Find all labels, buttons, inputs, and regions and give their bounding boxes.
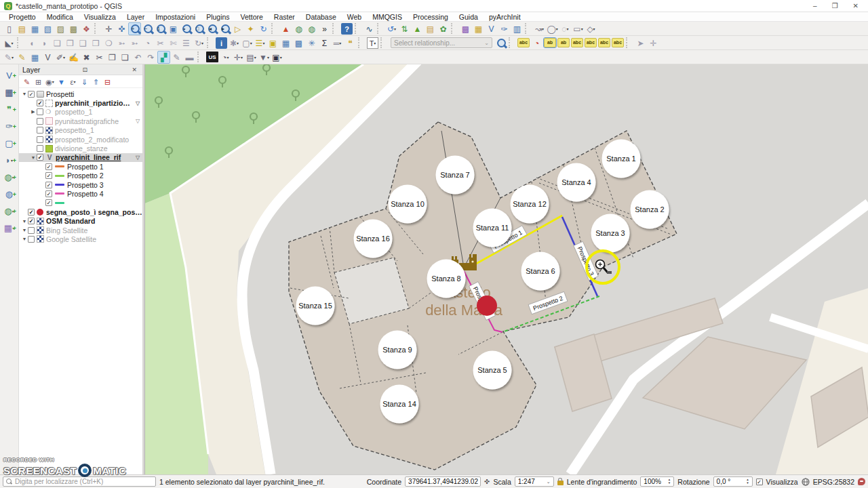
layer-row-pyarchinit-linee-rif[interactable]: ▼✓Vpyarchinit_linee_rif▽	[19, 153, 142, 162]
menu-modifica[interactable]: Modifica	[42, 13, 78, 21]
copy-features-icon[interactable]: ❐	[106, 51, 119, 64]
open-project-icon[interactable]: ▤	[16, 22, 28, 35]
new-bookmark-icon[interactable]: ▷	[231, 22, 244, 35]
layer-row-prospetto-2-modificato[interactable]: prospetto_2_modificato	[19, 135, 142, 144]
add-line-feature-icon[interactable]: V	[41, 51, 54, 64]
open-layer-styling-icon[interactable]: ✎	[21, 76, 33, 87]
locator-search-input[interactable]: Digita per localizzare (Ctrl+K)	[3, 476, 156, 487]
style-manager-icon[interactable]: ❖	[80, 22, 93, 35]
toggle-editing-icon[interactable]: ✎	[16, 51, 28, 64]
menu-guida[interactable]: Guida	[454, 13, 483, 21]
expander-icon[interactable]: ▼	[30, 155, 37, 160]
menu-web[interactable]: Web	[342, 13, 366, 21]
save-project-as-icon[interactable]: ▧	[41, 22, 54, 35]
cut-label-icon[interactable]: ✂	[154, 37, 167, 49]
expander-icon[interactable]: ▼	[21, 219, 28, 224]
processing-options-icon[interactable]: ✳	[305, 37, 318, 49]
add-wms-globe-icon[interactable]: ◍	[292, 22, 305, 35]
layer-visibility-checkbox[interactable]: ✓	[45, 163, 52, 170]
expander-icon[interactable]: ▶	[30, 109, 37, 115]
layer-row-bing-satellite[interactable]: ▼Bing Satellite	[19, 226, 142, 235]
save-layer-edits-icon[interactable]: ▦	[28, 51, 41, 64]
delete-selected-icon[interactable]: ✖	[80, 51, 93, 64]
layer-row-prospetto-4[interactable]: ✓Prospetto 4	[19, 189, 142, 198]
rotation-spinbox[interactable]: 0,0 °▲▼	[713, 476, 753, 487]
layer-visibility-checkbox[interactable]: ✓	[37, 154, 43, 161]
layer-labeling-icon[interactable]: abc	[517, 38, 530, 47]
add-raster-layer-icon[interactable]: ▦	[3, 85, 16, 98]
undo-icon[interactable]: ↶	[132, 51, 144, 64]
new-shapefile-icon[interactable]: ▢	[3, 136, 16, 149]
panel-dock-icon[interactable]: ⊡	[81, 66, 90, 73]
modify-attributes-icon[interactable]: ✍	[67, 51, 80, 64]
collapse-all-icon[interactable]: ⇑	[90, 76, 102, 87]
layer-visibility-checkbox[interactable]: ✓	[28, 209, 35, 216]
zoom-last-icon[interactable]: ◂	[205, 22, 218, 35]
messages-balloon-icon[interactable]	[858, 478, 865, 485]
undo-view-icon[interactable]: ↺▾	[385, 22, 398, 35]
map-tips-icon[interactable]: ❝	[344, 37, 357, 49]
zoom-to-layer-icon[interactable]: □	[193, 22, 205, 35]
relationship-search-icon[interactable]	[494, 37, 507, 49]
filter-by-expression-icon[interactable]: ε▾	[67, 76, 79, 87]
circle-tool-icon[interactable]: ◯▾	[546, 22, 559, 35]
zoom-to-selection-icon[interactable]: •	[180, 22, 193, 35]
add-vector-layer-icon[interactable]: V	[3, 68, 16, 81]
mouse-position-icon[interactable]: ✜	[484, 478, 490, 485]
digitize-curve-icon[interactable]: ↝▾	[533, 22, 546, 35]
add-wcs-globe-icon[interactable]: ◍	[305, 22, 318, 35]
paste-features-icon[interactable]: ❏	[119, 51, 132, 64]
layer-row-prospetto-1[interactable]: ✓Prospetto 1	[19, 162, 142, 171]
show-hide-labels-icon[interactable]: abc	[571, 38, 583, 47]
magnifier-spinbox[interactable]: 100%▲▼	[640, 476, 674, 487]
new-spatialite-layer-icon[interactable]: ✑	[498, 22, 511, 35]
layer-row-google-satellite[interactable]: ▼Google Satellite	[19, 235, 142, 243]
layer-visibility-checkbox[interactable]	[28, 227, 35, 234]
layer-row-prospetto-2[interactable]: ✓Prospetto 2	[19, 171, 142, 180]
ellipse-tool-icon[interactable]: ◌▾	[559, 22, 572, 35]
vertex-tool-icon[interactable]: ✐▾	[54, 51, 67, 64]
layer-visibility-checkbox[interactable]: ✓	[37, 100, 43, 106]
select-by-expression-icon[interactable]: ☰▾	[254, 37, 267, 49]
map-canvas[interactable]: Castello della Manta Prospetto 1Prospett…	[144, 64, 868, 474]
menu-processing[interactable]: Processing	[408, 13, 453, 21]
pan-to-selection-icon[interactable]: ✜	[115, 22, 128, 35]
refresh-icon[interactable]: ↻	[257, 22, 270, 35]
layer-visibility-checkbox[interactable]: ✓	[45, 199, 52, 206]
pen-tool-icon[interactable]: ✎	[170, 51, 183, 64]
highlight-pinned-icon[interactable]: ➳	[128, 37, 141, 49]
label-tool-e-icon[interactable]: ❍	[102, 37, 115, 49]
pyarchinit-export-icon[interactable]: ▣▾	[271, 51, 283, 64]
layer-visibility-checkbox[interactable]: ✓	[45, 190, 52, 197]
crs-globe-icon[interactable]	[802, 478, 810, 486]
advanced-digitizing-icon[interactable]: ◣▾	[3, 37, 16, 49]
zoom-out-icon[interactable]: −	[141, 22, 154, 35]
split-features-icon[interactable]: ✄	[167, 37, 180, 49]
toolbar-overflow-icon[interactable]: »	[318, 22, 331, 35]
layer-row-prospetto-3[interactable]: ✓Prospetto 3	[19, 180, 142, 189]
open-attribute-table-icon[interactable]: ▦	[279, 37, 292, 49]
layer-row-pyunitastratigrafiche[interactable]: pyunitastratigrafiche▽	[19, 117, 142, 125]
relationship-combo[interactable]: Select relationship...⌄	[391, 37, 492, 48]
menu-vettore[interactable]: Vettore	[236, 13, 268, 21]
layer-row-pyarchinit-ripartizioni[interactable]: ✓pyarchinit_ripartizioni_...▽	[19, 98, 142, 107]
style-copier-icon[interactable]: ▞	[157, 51, 170, 64]
expand-all-icon[interactable]: ⇓	[79, 76, 90, 87]
add-group-icon[interactable]: ⊞	[33, 76, 44, 87]
remove-layer-icon[interactable]: ⊟	[102, 76, 113, 87]
layer-visibility-checkbox[interactable]: ✓	[45, 172, 52, 179]
cut-features-icon[interactable]: ✂	[93, 51, 106, 64]
field-calculator-icon[interactable]: ▩	[292, 37, 305, 49]
layer-visibility-checkbox[interactable]	[37, 108, 43, 115]
save-project-icon[interactable]: ▦	[28, 22, 41, 35]
render-checkbox[interactable]: ✓	[756, 479, 763, 485]
layer-row-segna-posto-segna-posto[interactable]: ✓segna_posto_ì segna_posto...	[19, 207, 142, 216]
rotate-feature-icon[interactable]: ↻▾	[193, 37, 205, 49]
layer-visibility-checkbox[interactable]	[28, 236, 35, 243]
minimize-button[interactable]: –	[813, 2, 817, 9]
save-template-icon[interactable]: ▨	[54, 22, 67, 35]
help-icon[interactable]: ?	[341, 23, 353, 35]
pan-map-icon[interactable]: ✛	[102, 22, 115, 35]
panel-close-icon[interactable]: ✕	[130, 66, 139, 73]
lock-scale-icon[interactable]	[557, 481, 564, 485]
